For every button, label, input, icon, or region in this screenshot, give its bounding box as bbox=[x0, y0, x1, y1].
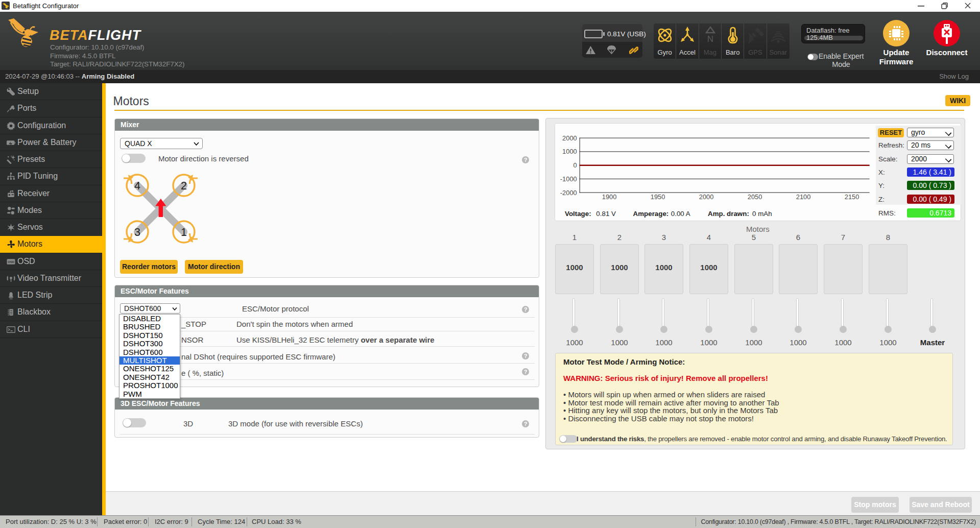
svg-text:2000: 2000 bbox=[699, 193, 714, 201]
svg-text:0.00 A: 0.00 A bbox=[671, 210, 690, 218]
svg-text:1950: 1950 bbox=[651, 193, 665, 201]
svg-text:0.81 V: 0.81 V bbox=[596, 210, 616, 218]
svg-text:OSD: OSD bbox=[8, 260, 14, 263]
svg-text:Voltage:: Voltage: bbox=[565, 210, 591, 218]
svg-text:4: 4 bbox=[134, 180, 140, 192]
svg-text:3: 3 bbox=[134, 226, 140, 238]
svg-text:-2000: -2000 bbox=[560, 189, 577, 197]
svg-text:0: 0 bbox=[573, 161, 577, 169]
svg-text:2: 2 bbox=[181, 180, 187, 192]
svg-text:1000: 1000 bbox=[562, 148, 577, 155]
svg-text:0 mAh: 0 mAh bbox=[752, 210, 772, 218]
svg-text:2150: 2150 bbox=[845, 193, 859, 201]
svg-text:N: N bbox=[707, 34, 713, 44]
svg-text:1: 1 bbox=[181, 226, 187, 238]
svg-text:Amperage:: Amperage: bbox=[633, 210, 669, 218]
svg-text:2050: 2050 bbox=[748, 193, 762, 201]
svg-text:2000: 2000 bbox=[562, 134, 577, 142]
svg-text:1900: 1900 bbox=[602, 193, 617, 201]
svg-text:2100: 2100 bbox=[796, 193, 811, 201]
svg-text:Amp. drawn:: Amp. drawn: bbox=[708, 210, 749, 218]
svg-text:-1000: -1000 bbox=[560, 175, 577, 183]
